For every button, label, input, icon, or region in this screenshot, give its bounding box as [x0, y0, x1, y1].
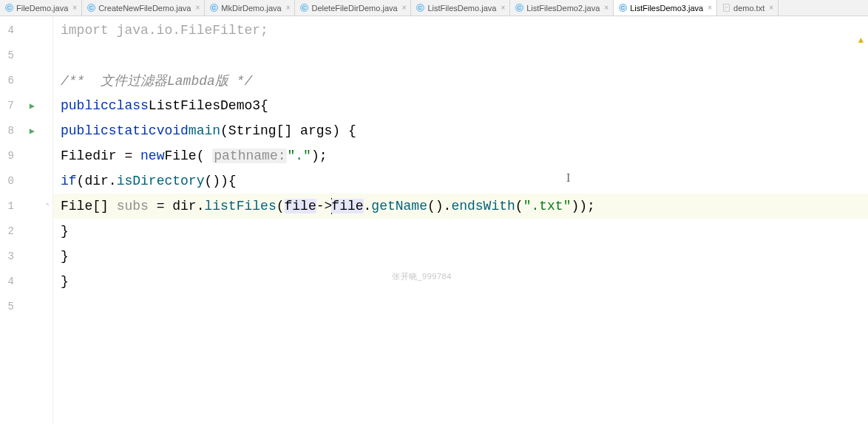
method-main: main [189, 123, 220, 138]
java-icon: C [209, 4, 218, 13]
code-line[interactable]: /** 文件过滤器Lambda版 */ [53, 68, 868, 93]
close-icon[interactable]: × [286, 4, 291, 12]
brace: } [61, 224, 69, 239]
type-file: File [164, 148, 196, 163]
method-listfiles: listFiles [204, 199, 276, 213]
kw-public: public [61, 123, 109, 138]
java-icon: C [4, 4, 13, 13]
tab-listfilesdemo[interactable]: C ListFilesDemo.java × [411, 0, 510, 16]
tab-mkdirdemo[interactable]: C MkDirDemo.java × [205, 0, 295, 16]
code-line-current[interactable]: File[] subs = dir.listFiles(file -> file… [53, 194, 868, 219]
code-line[interactable] [53, 43, 868, 68]
close-icon[interactable]: × [708, 4, 712, 12]
lambda-arrow: -> [316, 199, 333, 213]
method-endswith: endsWith [451, 199, 515, 213]
type-file: File [61, 148, 92, 163]
tab-label: ListFilesDemo3.java [630, 4, 703, 13]
close-icon[interactable]: × [769, 4, 773, 12]
type-file: File [61, 199, 92, 213]
line-gutter: 4 5 6 7 ▶ 8 ▶ 9 0 1⌃ 2 3 4 5 [0, 16, 53, 424]
code-line[interactable]: if(dir.isDirectory()){ [53, 168, 868, 194]
close-icon[interactable]: × [402, 4, 407, 12]
line-num: 2 [8, 225, 14, 237]
code-line[interactable]: } [53, 244, 868, 269]
svg-text:C: C [7, 4, 11, 11]
line-num: 0 [8, 175, 14, 187]
fold-marker-icon[interactable]: ⌃ [45, 202, 50, 211]
var-subs: subs [117, 199, 149, 213]
close-icon[interactable]: × [501, 4, 505, 12]
brace: } [61, 249, 69, 264]
javadoc-comment: /** 文件过滤器Lambda版 */ [61, 72, 252, 89]
svg-text:C: C [418, 4, 423, 11]
string-literal: ".txt" [523, 199, 572, 213]
close-icon[interactable]: × [604, 4, 608, 12]
java-icon: C [618, 4, 627, 13]
tab-filedemo[interactable]: C FileDemo.java × [0, 0, 82, 16]
kw-new: new [140, 148, 164, 163]
tab-label: ListFilesDemo.java [427, 4, 496, 13]
close-icon[interactable]: × [195, 4, 200, 12]
line-num: 5 [8, 301, 14, 312]
line-num: 4 [8, 276, 14, 287]
kw-void: void [157, 123, 189, 138]
svg-text:C: C [212, 4, 217, 11]
text-cursor-indicator: I [566, 171, 570, 185]
tab-createnewfiledemo[interactable]: C CreateNewFileDemo.java × [82, 0, 205, 16]
line-num: 9 [8, 150, 14, 162]
main-signature: (String[] args) { [220, 123, 356, 138]
method-getname: getName [371, 199, 427, 213]
string-literal: "." [287, 148, 311, 163]
class-name: ListFilesDemo3 [149, 98, 260, 113]
var-dir: dir [92, 148, 116, 163]
java-icon: C [515, 4, 523, 13]
svg-text:C: C [89, 4, 94, 11]
svg-text:C: C [302, 4, 307, 11]
kw-if: if [61, 174, 77, 188]
java-icon: C [299, 4, 308, 13]
tab-label: DeleteFileDirDemo.java [311, 4, 397, 13]
tab-deletefiledir[interactable]: C DeleteFileDirDemo.java × [295, 0, 411, 16]
kw-public: public [61, 98, 109, 113]
tab-label: MkDirDemo.java [221, 4, 281, 13]
code-line[interactable]: public static void main(String[] args) { [53, 118, 868, 143]
line-num: 1 [8, 200, 14, 212]
brace: } [61, 274, 69, 289]
param-hint-pathname: pathname: [212, 148, 287, 163]
brace: { [260, 98, 268, 113]
code-line[interactable]: public class ListFilesDemo3 { [53, 93, 868, 118]
line-num: 4 [8, 24, 14, 36]
line-num: 5 [8, 49, 14, 61]
tab-label: demo.txt [733, 4, 764, 13]
java-icon: C [87, 4, 95, 13]
tab-demo-txt[interactable]: demo.txt × [717, 0, 779, 16]
line-num: 6 [8, 75, 14, 86]
kw-static: static [109, 123, 157, 138]
editor-area: ▲ 4 5 6 7 ▶ 8 ▶ 9 0 1⌃ 2 3 4 5 import ja… [0, 16, 868, 424]
code-line[interactable]: } [53, 269, 868, 294]
run-gutter-icon[interactable]: ▶ [30, 100, 35, 112]
tab-label: CreateNewFileDemo.java [98, 4, 191, 13]
tab-label: FileDemo.java [16, 4, 68, 13]
tab-listfilesdemo3[interactable]: C ListFilesDemo3.java × [614, 0, 717, 16]
close-icon[interactable]: × [72, 4, 77, 12]
line-num: 8 [8, 125, 14, 137]
code-line[interactable]: import java.io.FileFilter; [53, 18, 868, 43]
svg-text:C: C [518, 4, 522, 11]
import-statement: import java.io.FileFilter; [61, 23, 268, 38]
tab-label: ListFilesDemo2.java [526, 4, 600, 13]
lambda-param-file: file [331, 199, 363, 213]
tab-listfilesdemo2[interactable]: C ListFilesDemo2.java × [510, 0, 614, 16]
code-editor[interactable]: import java.io.FileFilter; /** 文件过滤器Lamb… [53, 16, 868, 424]
method-isdirectory: isDirectory [117, 174, 205, 188]
lambda-param-file: file [285, 199, 316, 213]
editor-tab-bar: C FileDemo.java × C CreateNewFileDemo.ja… [0, 0, 868, 16]
code-line[interactable] [53, 294, 868, 319]
svg-text:C: C [620, 4, 625, 11]
watermark-text: 张开晓_999784 [392, 271, 452, 282]
code-line[interactable]: } [53, 219, 868, 244]
code-line[interactable]: File dir = new File( pathname: "."); [53, 143, 868, 168]
kw-class: class [109, 98, 149, 113]
run-gutter-icon[interactable]: ▶ [30, 126, 35, 137]
java-icon: C [416, 4, 424, 13]
